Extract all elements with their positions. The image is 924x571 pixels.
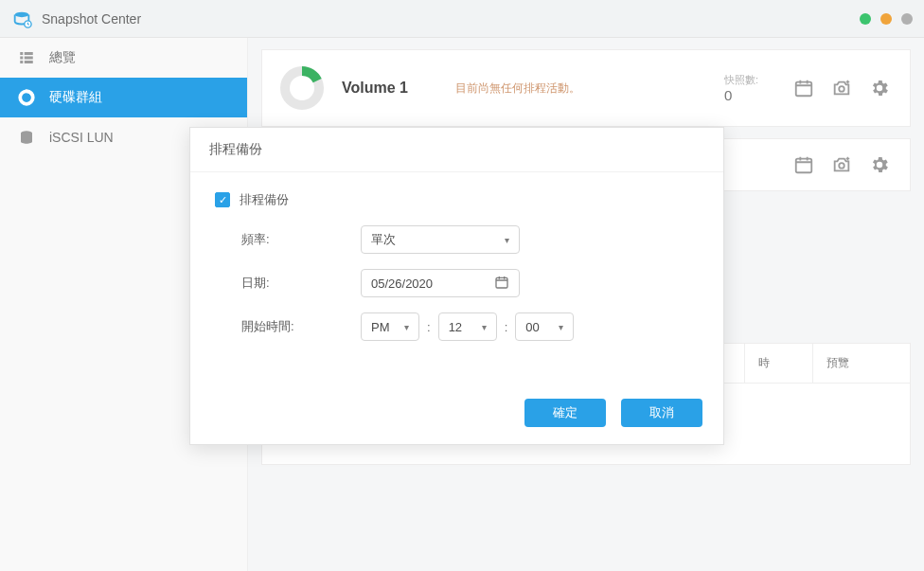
add-snapshot-button[interactable] xyxy=(828,75,855,101)
hour-value: 12 xyxy=(449,320,462,334)
schedule-enabled-checkbox[interactable]: ✓ xyxy=(215,192,230,207)
settings-button[interactable] xyxy=(866,152,893,178)
svg-rect-16 xyxy=(496,277,507,288)
calendar-icon xyxy=(494,275,509,293)
time-separator: : xyxy=(505,320,508,334)
settings-button[interactable] xyxy=(866,75,893,101)
hour-select[interactable]: 12 ▾ xyxy=(438,312,497,341)
titlebar: Snapshot Center xyxy=(0,0,924,38)
volume-name: Volume 1 xyxy=(342,80,455,97)
frequency-label: 頻率: xyxy=(241,231,361,248)
app-icon xyxy=(11,9,32,29)
svg-point-13 xyxy=(839,86,844,92)
svg-rect-3 xyxy=(20,57,23,60)
svg-rect-2 xyxy=(20,52,23,55)
disk-icon xyxy=(17,88,36,107)
confirm-button[interactable]: 確定 xyxy=(524,399,606,427)
svg-point-15 xyxy=(839,163,844,169)
database-icon xyxy=(17,128,36,147)
app-window: Snapshot Center 總覽 硬碟群組 xyxy=(0,0,924,571)
ampm-value: PM xyxy=(371,320,390,334)
table-col-time[interactable]: 時 xyxy=(745,344,813,383)
date-label: 日期: xyxy=(241,275,361,292)
maximize-button[interactable] xyxy=(880,13,892,25)
svg-rect-7 xyxy=(25,61,33,63)
svg-rect-12 xyxy=(796,82,812,97)
svg-rect-5 xyxy=(25,52,33,55)
window-controls xyxy=(860,13,913,25)
schedule-backup-dialog: 排程備份 ✓ 排程備份 頻率: 單次 ▾ 日期: 05/26/2020 xyxy=(189,127,724,445)
snapshot-count: 0 xyxy=(724,87,791,103)
chevron-down-icon: ▾ xyxy=(482,322,487,332)
sidebar-item-overview[interactable]: 總覽 xyxy=(0,38,247,78)
chevron-down-icon: ▾ xyxy=(404,322,409,332)
window-title: Snapshot Center xyxy=(42,11,860,27)
sidebar-item-diskgroup[interactable]: 硬碟群組 xyxy=(0,78,247,117)
cancel-button[interactable]: 取消 xyxy=(621,399,702,427)
sidebar-item-label: 總覽 xyxy=(49,49,76,66)
overview-icon xyxy=(17,48,36,67)
svg-rect-4 xyxy=(20,61,23,63)
date-value: 05/26/2020 xyxy=(371,277,433,291)
svg-point-0 xyxy=(15,11,29,17)
sidebar-item-label: iSCSI LUN xyxy=(49,130,114,145)
chevron-down-icon: ▾ xyxy=(505,235,509,245)
frequency-value: 單次 xyxy=(371,231,396,248)
svg-rect-6 xyxy=(25,57,33,60)
table-col-preview[interactable]: 預覽 xyxy=(813,344,881,383)
add-snapshot-button[interactable] xyxy=(828,152,855,178)
snapshot-count-label: 快照數: xyxy=(724,74,758,85)
calendar-button[interactable] xyxy=(791,152,817,178)
minute-value: 00 xyxy=(525,320,539,334)
chevron-down-icon: ▾ xyxy=(559,322,563,332)
calendar-button[interactable] xyxy=(791,75,817,101)
volume-pie-icon xyxy=(279,65,325,111)
svg-rect-14 xyxy=(796,159,812,173)
ampm-select[interactable]: PM ▾ xyxy=(361,312,419,341)
time-separator: : xyxy=(427,320,431,334)
close-button[interactable] xyxy=(901,13,913,25)
minute-select[interactable]: 00 ▾ xyxy=(515,312,574,341)
volume-row-1: Volume 1 目前尚無任何排程活動。 快照數: 0 xyxy=(261,49,911,127)
start-time-label: 開始時間: xyxy=(241,318,361,335)
volume-status: 目前尚無任何排程活動。 xyxy=(455,80,724,97)
snapshot-count-block: 快照數: 0 xyxy=(724,73,791,103)
frequency-select[interactable]: 單次 ▾ xyxy=(361,225,520,254)
minimize-button[interactable] xyxy=(860,13,871,25)
sidebar-item-label: 硬碟群組 xyxy=(49,89,102,106)
schedule-enabled-label: 排程備份 xyxy=(240,191,289,208)
dialog-title: 排程備份 xyxy=(190,128,723,172)
date-field[interactable]: 05/26/2020 xyxy=(361,269,520,297)
